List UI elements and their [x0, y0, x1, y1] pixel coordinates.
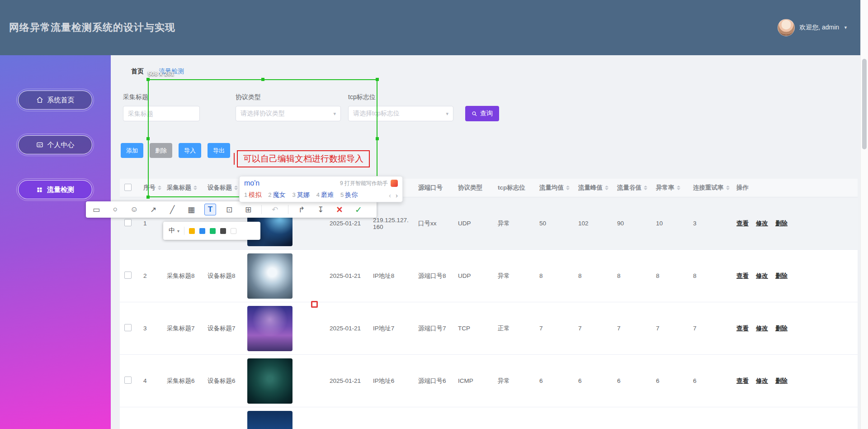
- cell-date: 2025-01-21: [325, 302, 368, 355]
- cell-ops: 查看修改删除: [732, 250, 858, 302]
- view-link[interactable]: 查看: [736, 377, 749, 384]
- edit-link[interactable]: 修改: [756, 272, 768, 279]
- color-swatch-red[interactable]: [311, 301, 318, 308]
- user-menu[interactable]: 欢迎您, admin ▼: [778, 19, 848, 36]
- arrow-tool-icon[interactable]: ↗: [147, 204, 159, 215]
- home-icon: [36, 96, 43, 104]
- search-button[interactable]: 查询: [465, 106, 499, 121]
- cell-peak: 102: [574, 197, 613, 250]
- sidebar-item-label: 系统首页: [47, 96, 75, 105]
- text-tool-icon[interactable]: T: [204, 204, 216, 215]
- color-swatch-blue[interactable]: [199, 228, 205, 234]
- emoji-tool-icon[interactable]: ☺: [128, 204, 140, 215]
- delete-link[interactable]: 删除: [775, 325, 788, 332]
- font-size-value: 中: [169, 227, 175, 235]
- table-row: 2 采集标题8 设备标题8 2025-01-21 IP地址8 源端口号8 UDP…: [120, 250, 858, 302]
- stamp-tool-icon[interactable]: ⊡: [223, 204, 235, 215]
- column-header-peak[interactable]: 流量峰值: [578, 184, 603, 192]
- ime-assistant-hint[interactable]: 9 打开智能写作助手: [340, 180, 398, 187]
- app-header: 网络异常流量检测系统的设计与实现 欢迎您, admin ▼: [0, 0, 868, 55]
- color-swatch-gray[interactable]: [220, 228, 226, 234]
- save-icon[interactable]: ↧: [315, 204, 326, 215]
- add-button[interactable]: 添加: [121, 143, 143, 158]
- sidebar-item-label: 个人中心: [47, 141, 75, 149]
- column-header-anomaly[interactable]: 异常率: [656, 184, 675, 192]
- sort-icon[interactable]: [605, 184, 609, 192]
- column-header-retry[interactable]: 连接重试率: [693, 184, 724, 192]
- cell-port: 源端口号8: [414, 250, 453, 302]
- ime-prev-icon[interactable]: ‹: [389, 191, 391, 199]
- color-swatch-white[interactable]: [231, 228, 236, 234]
- color-swatch-green[interactable]: [210, 228, 216, 234]
- column-header-valley[interactable]: 流量谷值: [617, 184, 642, 192]
- view-link[interactable]: 查看: [736, 272, 749, 279]
- cell-ops: 查看修改删除: [732, 302, 858, 355]
- cell-ops: 查看修改删除: [732, 355, 858, 407]
- column-header-ops: 操作: [736, 184, 749, 191]
- rect-tool-icon[interactable]: ▭: [90, 204, 102, 215]
- cell-tcpflag: 异常: [493, 250, 535, 302]
- ime-candidate[interactable]: 5换你: [340, 191, 358, 199]
- confirm-icon[interactable]: ✓: [353, 204, 364, 215]
- cell-title: 采集标题7: [162, 302, 203, 355]
- ime-candidate[interactable]: 3莫娜: [292, 191, 309, 199]
- edit-link[interactable]: 修改: [756, 220, 768, 227]
- selection-handle[interactable]: [261, 78, 264, 81]
- ellipse-tool-icon[interactable]: ○: [109, 204, 121, 215]
- selection-handle[interactable]: [146, 78, 150, 81]
- column-header-protocol: 协议类型: [458, 184, 482, 191]
- scan-tool-icon[interactable]: ⊞: [242, 204, 254, 215]
- ime-candidate[interactable]: 1模拟: [244, 191, 261, 199]
- sidebar-item-home[interactable]: 系统首页: [18, 91, 92, 110]
- sidebar-item-profile[interactable]: 个人中心: [18, 135, 92, 154]
- cancel-icon[interactable]: ×: [334, 204, 345, 215]
- sidebar: 系统首页 个人中心 流量检测: [0, 55, 111, 429]
- edit-link[interactable]: 修改: [756, 377, 768, 384]
- search-button-label: 查询: [480, 110, 493, 118]
- mosaic-tool-icon[interactable]: ▦: [185, 204, 197, 215]
- avatar[interactable]: [778, 19, 795, 36]
- delete-link[interactable]: 删除: [775, 377, 788, 384]
- sort-icon[interactable]: [644, 184, 647, 192]
- sort-icon[interactable]: [677, 184, 680, 192]
- sort-icon[interactable]: [566, 184, 570, 192]
- share-icon[interactable]: ↱: [296, 204, 307, 215]
- row-checkbox[interactable]: [124, 377, 132, 384]
- ime-next-icon[interactable]: ›: [396, 191, 398, 199]
- view-link[interactable]: 查看: [736, 220, 749, 227]
- color-swatch-orange[interactable]: [189, 228, 195, 234]
- column-header-avg[interactable]: 流量均值: [539, 184, 564, 192]
- row-checkbox[interactable]: [124, 219, 132, 226]
- selection-handle[interactable]: [146, 195, 150, 199]
- cell-device: [203, 407, 243, 429]
- row-checkbox[interactable]: [124, 324, 132, 331]
- candidate-index: 3: [292, 191, 295, 198]
- line-tool-icon[interactable]: ╱: [166, 204, 178, 215]
- cell-avg: 50: [535, 197, 574, 250]
- sidebar-item-traffic[interactable]: 流量检测: [18, 180, 92, 199]
- select-all-checkbox[interactable]: [124, 184, 132, 191]
- cell-avg: [535, 407, 574, 429]
- cell-anomaly: 7: [651, 302, 689, 355]
- edit-link[interactable]: 修改: [756, 325, 768, 332]
- cell-ops: 查看修改删除: [732, 197, 858, 250]
- cell-retry: 6: [689, 355, 732, 407]
- font-size-dropdown[interactable]: 中 ▾: [169, 227, 179, 235]
- annotation-box[interactable]: 可以自己编辑文档进行数据导入: [237, 150, 370, 167]
- selection-handle[interactable]: [376, 137, 379, 140]
- scrollbar-thumb[interactable]: [862, 59, 867, 149]
- page-scrollbar[interactable]: [860, 0, 868, 429]
- selection-handle[interactable]: [146, 137, 150, 140]
- delete-link[interactable]: 删除: [775, 220, 788, 227]
- row-checkbox[interactable]: [124, 272, 132, 279]
- undo-icon[interactable]: ↶: [269, 204, 281, 215]
- sort-icon[interactable]: [726, 184, 730, 192]
- view-link[interactable]: 查看: [736, 325, 749, 332]
- selection-handle[interactable]: [376, 78, 379, 81]
- cell-avg: 8: [535, 250, 574, 302]
- delete-link[interactable]: 删除: [775, 272, 788, 279]
- chevron-down-icon: ▾: [177, 229, 179, 234]
- ime-candidate[interactable]: 2魔女: [268, 191, 285, 199]
- ime-candidate[interactable]: 4磨难: [316, 191, 334, 199]
- breadcrumb-home[interactable]: 首页: [131, 67, 144, 76]
